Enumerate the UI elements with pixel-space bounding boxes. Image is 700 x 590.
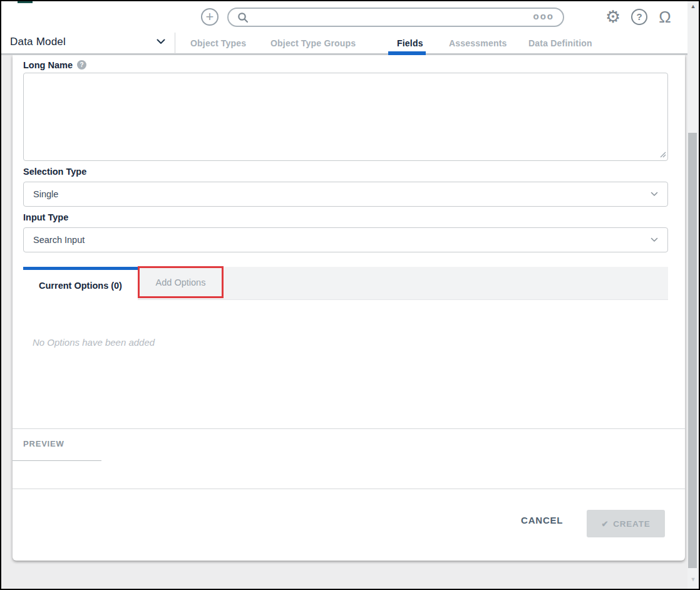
selection-type-select[interactable]: Single	[23, 182, 668, 207]
gear-icon[interactable]: ⚙	[604, 8, 622, 26]
divider	[13, 489, 685, 489]
search-input[interactable]	[254, 13, 533, 23]
vertical-scrollbar[interactable]: ▲ ▼	[687, 1, 699, 589]
chevron-down-icon[interactable]	[157, 39, 165, 44]
workspace-selector[interactable]: Data Model	[10, 36, 66, 48]
cancel-button[interactable]: CANCEL	[521, 515, 563, 525]
input-type-value: Search Input	[33, 235, 85, 245]
help-icon[interactable]: ?	[631, 9, 647, 25]
long-name-help-icon[interactable]: ?	[77, 60, 86, 70]
tab-object-type-groups[interactable]: Object Type Groups	[270, 38, 356, 48]
scroll-up-icon[interactable]: ▲	[687, 3, 699, 9]
scroll-down-icon[interactable]: ▼	[687, 576, 699, 582]
chevron-down-icon	[651, 237, 658, 242]
user-icon[interactable]: Ω	[656, 8, 674, 26]
selection-type-label: Selection Type	[23, 167, 86, 177]
header-divider	[175, 33, 175, 54]
app-window: + ooo ⚙ ? Ω Data Model Object Types Obje…	[0, 0, 700, 590]
create-button[interactable]: ✔CREATE	[587, 510, 665, 537]
empty-options-message: No Options have been added	[33, 337, 155, 348]
long-name-label-text: Long Name	[23, 60, 73, 70]
tab-fields[interactable]: Fields	[397, 38, 423, 48]
search-more-icon[interactable]: ooo	[533, 11, 555, 23]
scrollbar-thumb[interactable]	[688, 133, 697, 568]
options-tabstrip: Current Options (0) Add Options	[23, 267, 668, 300]
tab-data-definition[interactable]: Data Definition	[528, 38, 592, 48]
active-tab-underline	[388, 51, 426, 55]
create-button-label: CREATE	[613, 519, 650, 529]
preview-underline	[13, 460, 101, 461]
check-icon: ✔	[601, 519, 609, 529]
create-field-panel: Long Name? Selection Type Single Input T…	[13, 55, 685, 561]
global-search[interactable]: ooo	[227, 8, 564, 27]
input-type-select[interactable]: Search Input	[23, 227, 668, 252]
search-icon	[237, 12, 249, 23]
preview-heading: PREVIEW	[23, 439, 64, 448]
add-icon[interactable]: +	[201, 8, 219, 26]
logo	[18, 1, 33, 3]
tab-assessments[interactable]: Assessments	[449, 38, 507, 48]
long-name-textarea[interactable]	[23, 73, 668, 161]
chevron-down-icon	[651, 192, 658, 197]
selection-type-value: Single	[33, 189, 58, 199]
long-name-label: Long Name?	[23, 60, 86, 70]
top-header: + ooo ⚙ ? Ω Data Model Object Types Obje…	[1, 1, 689, 55]
tab-add-options[interactable]: Add Options	[138, 266, 224, 298]
input-type-label: Input Type	[23, 212, 68, 222]
divider	[13, 428, 685, 429]
tab-object-types[interactable]: Object Types	[190, 38, 246, 48]
tab-current-options[interactable]: Current Options (0)	[23, 267, 138, 301]
